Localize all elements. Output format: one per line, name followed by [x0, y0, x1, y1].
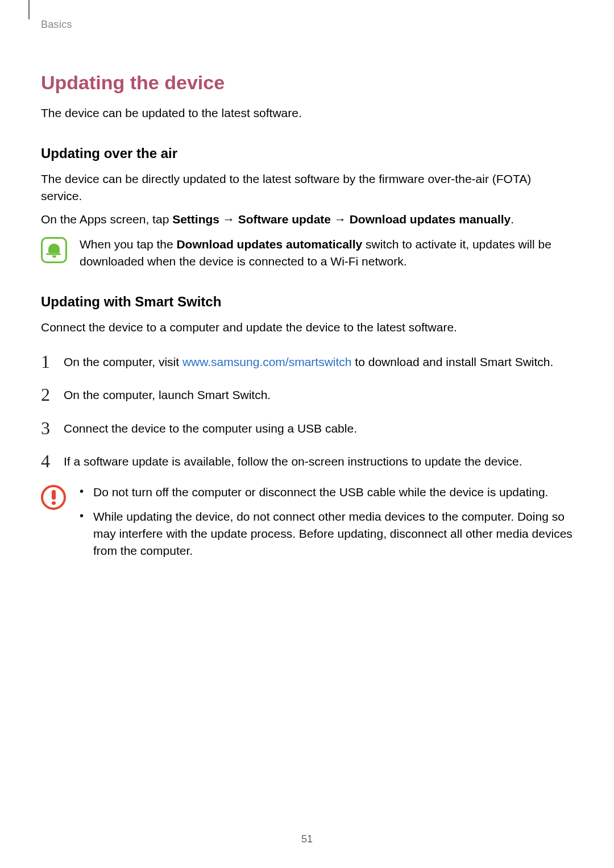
step-body: On the computer, launch Smart Switch. [64, 387, 573, 403]
bell-icon [41, 237, 67, 263]
step-number: 4 [41, 452, 56, 470]
step-number: 2 [41, 385, 56, 404]
step-number: 1 [41, 352, 56, 371]
step-body: On the computer, visit www.samsung.com/s… [64, 354, 573, 370]
page-number: 51 [0, 832, 614, 846]
smartswitch-link[interactable]: www.samsung.com/smartswitch [182, 355, 352, 368]
path-software-update: Software update [238, 213, 331, 226]
smartswitch-intro: Connect the device to a computer and upd… [41, 319, 573, 336]
ota-description: The device can be directly updated to th… [41, 171, 573, 205]
arrow-icon: → [219, 213, 238, 226]
caution-block: • Do not turn off the computer or discon… [41, 484, 573, 567]
note-bold: Download updates automatically [176, 238, 362, 251]
arrow-icon: → [331, 213, 350, 226]
caution-text: While updating the device, do not connec… [93, 508, 573, 559]
caution-text: Do not turn off the computer or disconne… [93, 484, 573, 501]
step-4: 4 If a software update is available, fol… [41, 450, 573, 470]
path-prefix: On the Apps screen, tap [41, 213, 172, 226]
caution-icon [41, 485, 66, 510]
step-body: Connect the device to the computer using… [64, 420, 573, 437]
step-3: 3 Connect the device to the computer usi… [41, 417, 573, 437]
step1-pre: On the computer, visit [64, 355, 182, 368]
caution-item: • Do not turn off the computer or discon… [80, 484, 573, 501]
step-number: 3 [41, 419, 56, 437]
ota-path-instruction: On the Apps screen, tap Settings → Softw… [41, 211, 573, 228]
breadcrumb: Basics [41, 17, 573, 32]
note-icon-wrapper [41, 236, 68, 263]
page-title: Updating the device [41, 69, 573, 97]
bullet-dot-icon: • [80, 508, 85, 559]
intro-text: The device can be updated to the latest … [41, 105, 573, 122]
step-body: If a software update is available, follo… [64, 453, 573, 470]
note-prefix: When you tap the [80, 238, 176, 251]
header-tick-mark [28, 0, 30, 19]
bullet-dot-icon: • [80, 484, 85, 501]
note-text: When you tap the Download updates automa… [80, 236, 573, 271]
step-1: 1 On the computer, visit www.samsung.com… [41, 351, 573, 370]
period: . [511, 213, 514, 226]
section-heading-ota: Updating over the air [41, 144, 573, 164]
caution-icon-wrapper [41, 484, 68, 510]
note-block-ota: When you tap the Download updates automa… [41, 236, 573, 271]
step-2: 2 On the computer, launch Smart Switch. [41, 384, 573, 403]
caution-list: • Do not turn off the computer or discon… [80, 484, 573, 567]
path-settings: Settings [172, 213, 219, 226]
section-heading-smartswitch: Updating with Smart Switch [41, 292, 573, 312]
caution-item: • While updating the device, do not conn… [80, 508, 573, 559]
step1-post: to download and install Smart Switch. [352, 355, 554, 368]
path-download-manually: Download updates manually [350, 213, 511, 226]
